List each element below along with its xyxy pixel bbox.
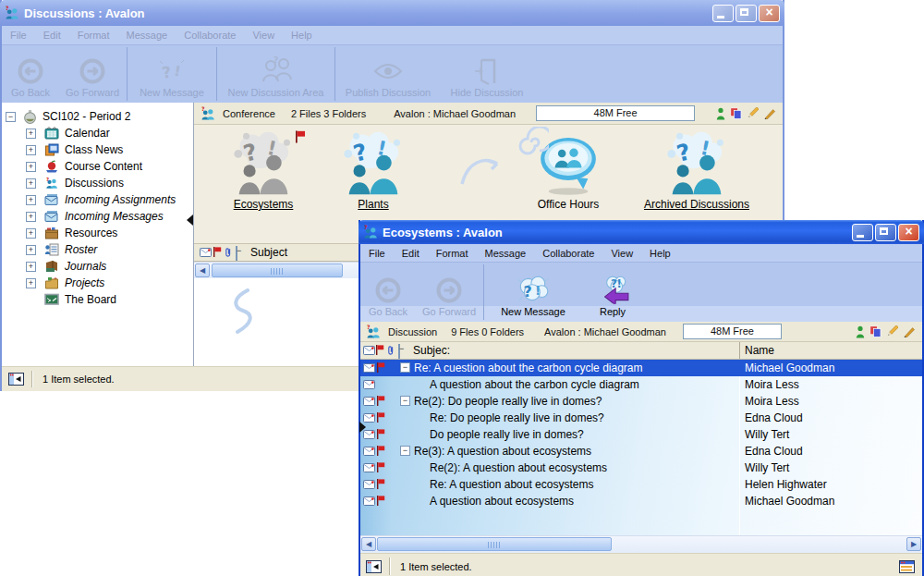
- go-back-button[interactable]: Go Back: [360, 263, 416, 322]
- column-divider[interactable]: [739, 342, 740, 359]
- expand-toggle[interactable]: [26, 145, 36, 155]
- menu-message[interactable]: Message: [118, 30, 176, 41]
- person-status-icon[interactable]: [856, 325, 865, 338]
- thread-collapse-toggle[interactable]: [400, 446, 410, 456]
- message-row[interactable]: Re: A cuestion about the carbon cycle di…: [360, 360, 922, 376]
- expand-toggle[interactable]: [26, 245, 36, 255]
- expand-toggle[interactable]: [26, 129, 36, 139]
- subject-column-header[interactable]: Subjec:: [413, 344, 450, 357]
- message-row[interactable]: Do people really live in domes? Willy Te…: [360, 426, 922, 443]
- message-row[interactable]: A question about ecosystems Michael Good…: [360, 493, 922, 509]
- subject-column-header[interactable]: Subject: [250, 246, 287, 259]
- expand-toggle[interactable]: [26, 228, 36, 239]
- tree-label: Roster: [65, 243, 97, 256]
- tree-item-calendar[interactable]: Calendar: [2, 125, 193, 141]
- menu-edit[interactable]: Edit: [35, 30, 69, 41]
- menu-view[interactable]: View: [602, 248, 641, 259]
- quill-icon[interactable]: [903, 325, 916, 337]
- tree-item-roster[interactable]: Roster: [2, 241, 193, 258]
- maximize-button[interactable]: [875, 224, 896, 241]
- tree-item-resources[interactable]: Resources: [2, 225, 193, 241]
- flag-icon: [376, 345, 384, 355]
- collapse-all-toggle[interactable]: [236, 246, 237, 261]
- menu-format[interactable]: Format: [428, 248, 477, 259]
- view-properties-icon[interactable]: [899, 560, 915, 573]
- new-message-button[interactable]: New Message: [128, 45, 215, 103]
- publish-discussion-button[interactable]: Publish Discussion: [336, 45, 440, 103]
- message-row[interactable]: A question about the carbon cycle diagra…: [360, 376, 922, 393]
- close-button[interactable]: [759, 5, 780, 22]
- maximize-button[interactable]: [736, 5, 757, 22]
- ecosystems-titlebar[interactable]: Ecosystems : Avalon: [359, 220, 924, 244]
- scroll-thumb[interactable]: [377, 537, 612, 551]
- menu-view[interactable]: View: [244, 30, 283, 41]
- pane-splitter-arrow[interactable]: [359, 422, 366, 433]
- panel-toggle-icon[interactable]: [366, 560, 382, 573]
- expand-toggle[interactable]: [26, 262, 36, 272]
- expand-toggle[interactable]: [26, 178, 36, 189]
- scroll-left-arrow[interactable]: ◀: [361, 537, 376, 551]
- scroll-thumb[interactable]: [212, 263, 343, 277]
- thread-collapse-toggle[interactable]: [400, 362, 410, 373]
- menu-collaborate[interactable]: Collaborate: [534, 248, 602, 259]
- person-status-icon[interactable]: [716, 107, 725, 120]
- folder-ecosystems[interactable]: Ecosystems: [207, 130, 320, 211]
- new-message-button[interactable]: New Message: [485, 263, 581, 322]
- message-row[interactable]: Re(2): A question about ecosystems Willy…: [360, 460, 922, 476]
- folder-archived-discussions[interactable]: Archived Discussions: [617, 130, 776, 211]
- pages-icon[interactable]: [730, 107, 742, 119]
- menu-collaborate[interactable]: Collaborate: [176, 30, 244, 41]
- reply-button[interactable]: Reply: [581, 263, 644, 322]
- message-row[interactable]: Re: A question about ecosystems Helen Hi…: [360, 476, 922, 493]
- message-sender: Willy Tert: [745, 428, 789, 441]
- pages-icon[interactable]: [869, 325, 881, 337]
- minimize-button[interactable]: [852, 224, 873, 241]
- go-forward-button[interactable]: Go Forward: [59, 45, 126, 103]
- tree-item-course-content[interactable]: Course Content: [2, 158, 193, 175]
- tree-item-projects[interactable]: Projects: [2, 275, 193, 291]
- expand-toggle[interactable]: [26, 212, 36, 222]
- menu-help[interactable]: Help: [283, 30, 321, 41]
- tree-item-class-news[interactable]: Class News: [2, 141, 193, 158]
- window-icon: [363, 225, 378, 239]
- collapse-all-toggle[interactable]: [398, 344, 400, 359]
- new-discussion-area-button[interactable]: New Discussion Area: [218, 45, 334, 103]
- tree-item-discussions[interactable]: Discussions: [2, 175, 193, 191]
- menu-file[interactable]: File: [2, 30, 35, 41]
- expand-toggle[interactable]: [26, 162, 36, 172]
- panel-toggle-icon[interactable]: [8, 373, 24, 386]
- scroll-right-arrow[interactable]: ▶: [906, 537, 921, 551]
- tree-label: Incoming Messages: [65, 210, 164, 223]
- go-back-button[interactable]: Go Back: [2, 45, 59, 103]
- tree-item-incoming-messages[interactable]: Incoming Messages: [2, 208, 193, 225]
- menu-format[interactable]: Format: [69, 30, 118, 41]
- pane-splitter-arrow[interactable]: [187, 214, 193, 226]
- go-forward-button[interactable]: Go Forward: [416, 263, 482, 322]
- menu-edit[interactable]: Edit: [394, 248, 428, 259]
- discussions-titlebar[interactable]: Discussions : Avalon: [0, 0, 784, 26]
- tree-item-the-board[interactable]: The Board: [2, 291, 193, 308]
- tree-root[interactable]: SCI102 - Period 2: [2, 108, 193, 125]
- expand-toggle[interactable]: [26, 195, 36, 205]
- folder-plants[interactable]: Plants: [322, 130, 425, 211]
- menu-message[interactable]: Message: [477, 248, 535, 259]
- menu-file[interactable]: File: [360, 248, 394, 259]
- pencil-icon[interactable]: [886, 325, 898, 337]
- scroll-left-arrow[interactable]: ◀: [195, 263, 210, 277]
- message-row[interactable]: Re(2): Do people really live in domes? M…: [360, 393, 922, 410]
- thread-collapse-toggle[interactable]: [400, 396, 410, 406]
- hide-discussion-button[interactable]: Hide Discussion: [440, 45, 534, 103]
- close-button[interactable]: [898, 224, 919, 241]
- menu-help[interactable]: Help: [641, 248, 679, 259]
- message-row[interactable]: Re: Do people really live in domes? Edna…: [360, 410, 922, 426]
- tree-item-journals[interactable]: Journals: [2, 258, 193, 275]
- quill-icon[interactable]: [763, 107, 776, 119]
- horizontal-scrollbar[interactable]: ◀ ▶: [360, 535, 922, 553]
- tree-item-incoming-assignments[interactable]: Incoming Assignments: [2, 191, 193, 208]
- pencil-icon[interactable]: [747, 107, 759, 119]
- name-column-header[interactable]: Name: [745, 344, 774, 357]
- minimize-button[interactable]: [712, 5, 734, 22]
- message-row[interactable]: Re(3): A question about ecosystems Edna …: [360, 443, 922, 460]
- collapse-toggle[interactable]: [6, 112, 16, 122]
- expand-toggle[interactable]: [26, 278, 36, 288]
